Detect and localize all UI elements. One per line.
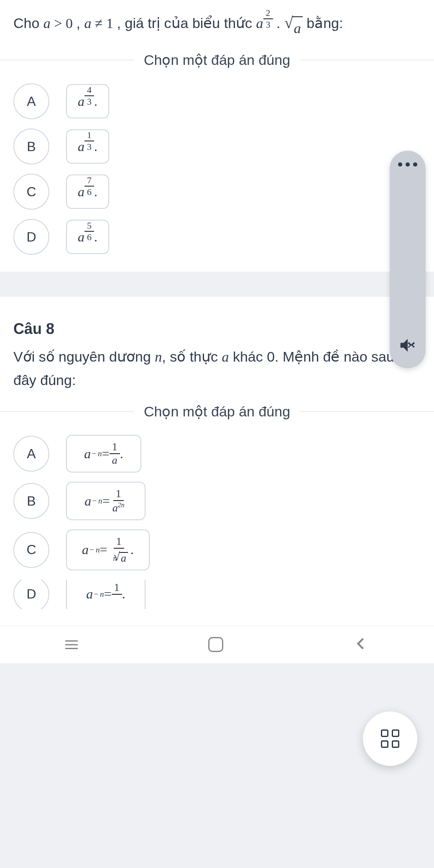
num: 2 <box>263 8 273 19</box>
var: n <box>100 590 104 598</box>
exp: −n <box>91 496 102 506</box>
home-button[interactable] <box>208 637 223 652</box>
eq: = <box>104 586 112 602</box>
num: 7 <box>84 176 94 187</box>
option-label-c[interactable]: C <box>13 532 49 568</box>
neg: − <box>92 496 97 505</box>
option-answer-c[interactable]: a76 . <box>66 175 109 209</box>
option-c[interactable]: C a76 . <box>13 174 421 210</box>
exp-frac: 76 <box>84 176 94 197</box>
trail: . <box>120 446 123 462</box>
mute-icon[interactable] <box>398 336 417 357</box>
q8-options: A a−n = 1 a . B a−n = 1 a2n <box>0 435 434 626</box>
exp: −n <box>93 590 104 599</box>
var: n <box>98 496 102 505</box>
option-answer-c[interactable]: a−n = 1 n √a . <box>66 529 150 570</box>
neg: − <box>92 449 96 458</box>
var: a <box>43 15 51 31</box>
option-d[interactable]: D a56 . <box>13 219 421 255</box>
option-label-a[interactable]: A <box>13 436 49 472</box>
exp-frac: 23 <box>263 8 273 29</box>
den: 3 <box>84 141 94 152</box>
sqrt: √a <box>284 16 303 40</box>
divider <box>0 60 134 60</box>
text: Với số nguyên dương <box>13 349 155 365</box>
radicand: a <box>119 552 128 564</box>
den-base: a <box>112 502 118 514</box>
eq: = <box>100 542 107 557</box>
var: a <box>84 15 91 31</box>
num: 1 <box>114 536 124 549</box>
option-d[interactable]: D a−n = 1 . <box>13 580 421 609</box>
question-7-prompt: Cho a > 0 , a ≠ 1 , giá trị của biểu thứ… <box>0 12 434 51</box>
text: , giá trị của biểu thức <box>117 15 256 31</box>
var: a <box>78 229 84 245</box>
den: a2n <box>110 501 127 514</box>
num: 1 <box>113 488 124 501</box>
trail: . <box>94 184 97 200</box>
question-8-card: Câu 8 Với số nguyên dương n, số thực a k… <box>0 297 434 625</box>
trail: . <box>94 139 97 154</box>
divider <box>0 411 134 412</box>
divider <box>300 60 434 60</box>
exp: −n <box>89 545 100 555</box>
option-answer-b[interactable]: a−n = 1 a2n <box>66 482 146 520</box>
num: 4 <box>84 85 94 96</box>
option-a[interactable]: A a−n = 1 a . <box>13 435 421 473</box>
option-a[interactable]: A a43 . <box>13 83 421 119</box>
num: 1 <box>84 131 94 141</box>
card-gap <box>0 272 434 297</box>
den: n √a <box>107 549 130 564</box>
var: a <box>82 542 89 557</box>
op: > <box>54 15 62 31</box>
eq: = <box>102 493 110 509</box>
more-icon[interactable] <box>398 162 417 167</box>
den-exp: 2n <box>118 501 125 508</box>
option-answer-b[interactable]: a13 . <box>66 129 109 164</box>
option-label-b[interactable]: B <box>13 483 49 519</box>
option-b[interactable]: B a−n = 1 a2n <box>13 482 421 520</box>
var-a: a <box>222 349 229 365</box>
option-answer-d[interactable]: a−n = 1 . <box>66 580 146 609</box>
rhs-frac: 1 n √a <box>107 536 130 564</box>
root-index: n <box>113 555 117 562</box>
text: bằng: <box>306 15 343 31</box>
den: 3 <box>84 96 94 106</box>
option-label-b[interactable]: B <box>13 128 49 164</box>
side-toolbar[interactable] <box>390 151 426 368</box>
option-label-d[interactable]: D <box>13 580 49 609</box>
trail: . <box>122 586 125 602</box>
system-nav-bar <box>0 626 434 663</box>
eq: = <box>102 446 110 462</box>
den: 6 <box>84 232 94 242</box>
option-c[interactable]: C a−n = 1 n √a . <box>13 529 421 570</box>
rhs-frac: 1 <box>112 582 122 606</box>
recents-button[interactable] <box>65 640 78 649</box>
dot: . <box>276 15 284 31</box>
instruction-row: Chọn một đáp án đúng <box>0 403 434 435</box>
neg: − <box>89 545 94 554</box>
option-label-c[interactable]: C <box>13 174 49 210</box>
question-8-title: Câu 8 <box>0 308 434 345</box>
var-n: n <box>155 349 162 365</box>
divider <box>300 411 434 412</box>
var: n <box>96 545 100 554</box>
option-answer-a[interactable]: a−n = 1 a . <box>66 435 141 473</box>
option-answer-a[interactable]: a43 . <box>66 84 109 118</box>
option-label-a[interactable]: A <box>13 83 49 119</box>
instruction-text: Chọn một đáp án đúng <box>144 51 290 68</box>
option-answer-d[interactable]: a56 . <box>66 220 109 254</box>
back-button[interactable] <box>354 636 369 653</box>
math-cond1: a > 0 <box>43 15 77 31</box>
q7-options: A a43 . B a13 . C a76 . D a56 . <box>0 83 434 272</box>
instruction-row: Chọn một đáp án đúng <box>0 51 434 83</box>
den <box>113 595 121 606</box>
option-b[interactable]: B a13 . <box>13 128 421 164</box>
instruction-text: Chọn một đáp án đúng <box>144 403 290 420</box>
num: 0 <box>66 15 73 31</box>
var: a <box>84 446 91 462</box>
question-7-card: Cho a > 0 , a ≠ 1 , giá trị của biểu thứ… <box>0 0 434 272</box>
den: a <box>110 454 120 466</box>
den: 6 <box>84 187 94 197</box>
option-label-d[interactable]: D <box>13 219 49 255</box>
